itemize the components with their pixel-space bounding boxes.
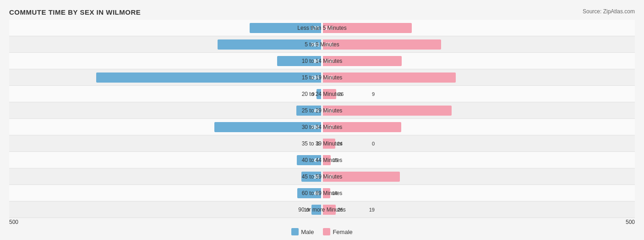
chart-area: 139Less than 5 Minutes1732025 to 9 Minut… <box>9 20 635 218</box>
bar-label: 45 to 59 Minutes <box>302 168 343 185</box>
legend-female-label: Female <box>333 229 352 235</box>
bar-row: 4660 to 89 Minutes14 <box>9 185 635 201</box>
chart-title: COMMUTE TIME BY SEX IN WILMORE <box>9 8 635 16</box>
bar-label: 25 to 29 Minutes <box>302 102 343 119</box>
bar-label: Less than 5 Minutes <box>297 20 346 36</box>
bar-row: 1990 or more Minutes1925 <box>9 201 635 218</box>
legend-male: Male <box>291 228 314 235</box>
legend: Male Female <box>9 228 635 235</box>
axis-labels: 500 500 <box>9 219 635 225</box>
bar-label: 5 to 9 Minutes <box>305 36 339 53</box>
bar-row: 43815 to 19 Minutes259 <box>9 69 635 86</box>
bar-label: 35 to 39 Minutes <box>302 135 343 152</box>
bar-label: 60 to 89 Minutes <box>302 185 343 201</box>
legend-female: Female <box>323 228 352 235</box>
bar-row: 8610 to 14 Minutes154 <box>9 53 635 69</box>
legend-female-box <box>323 228 330 235</box>
bar-label: 30 to 34 Minutes <box>302 119 343 135</box>
bar-row: 4740 to 44 Minutes15 <box>9 152 635 168</box>
bar-row: 2025 to 9 Minutes230 <box>9 36 635 53</box>
bar-row: 920 to 24 Minutes926 <box>9 86 635 102</box>
bar-label: 40 to 44 Minutes <box>302 152 343 168</box>
bar-label: 90 or more Minutes <box>298 201 345 218</box>
bar-label: 20 to 24 Minutes <box>302 86 343 102</box>
legend-male-label: Male <box>301 229 314 235</box>
bar-row: 139Less than 5 Minutes173 <box>9 20 635 36</box>
legend-male-box <box>291 228 299 235</box>
bar-row: 035 to 39 Minutes024 <box>9 135 635 152</box>
axis-right: 500 <box>626 219 635 225</box>
bar-row: 4825 to 29 Minutes251 <box>9 102 635 119</box>
bar-row: 20830 to 34 Minutes153 <box>9 119 635 135</box>
bar-label: 15 to 19 Minutes <box>302 69 343 86</box>
axis-left: 500 <box>9 219 18 225</box>
chart-container: COMMUTE TIME BY SEX IN WILMORE Source: Z… <box>0 0 644 240</box>
bar-row: 3845 to 59 Minutes150 <box>9 168 635 185</box>
bar-label: 10 to 14 Minutes <box>302 53 343 69</box>
source-label: Source: ZipAtlas.com <box>583 8 635 15</box>
